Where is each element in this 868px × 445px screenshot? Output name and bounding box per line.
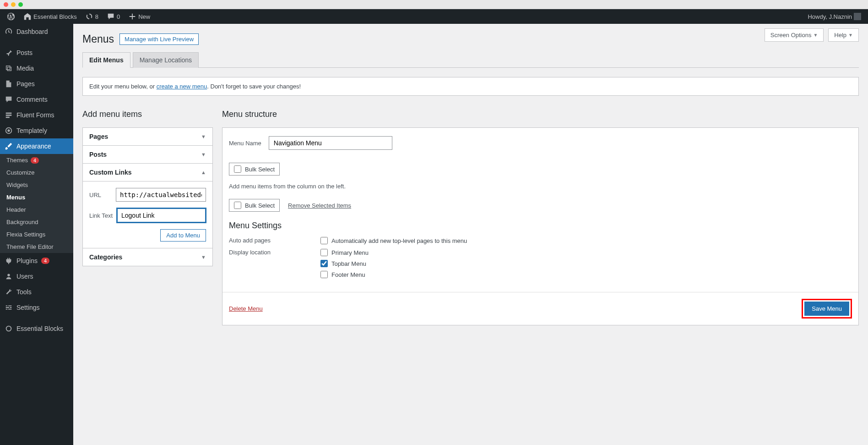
sidebar-item-plugins[interactable]: Plugins 4 xyxy=(0,253,73,269)
comment-icon xyxy=(107,12,115,21)
sidebar-item-tools[interactable]: Tools xyxy=(0,284,73,300)
accordion-pages[interactable]: Pages▼ xyxy=(83,128,212,145)
comments-link[interactable]: 0 xyxy=(103,9,123,24)
sidebar-label: Essential Blocks xyxy=(16,325,63,332)
edit-notice: Edit your menu below, or create a new me… xyxy=(82,77,859,96)
submenu-item-background[interactable]: Background xyxy=(0,216,73,228)
avatar-icon xyxy=(854,13,861,20)
current-indicator-icon xyxy=(73,143,77,150)
sidebar-label: Appearance xyxy=(16,143,51,150)
save-highlight-annotation: Save Menu xyxy=(802,299,852,319)
sidebar-item-dashboard[interactable]: Dashboard xyxy=(0,24,73,39)
browser-window-chrome xyxy=(0,0,868,9)
tab-edit-menus[interactable]: Edit Menus xyxy=(82,52,130,68)
pin-icon xyxy=(5,49,13,57)
updates-link[interactable]: 8 xyxy=(82,9,102,24)
svg-point-5 xyxy=(7,274,10,276)
sidebar-item-posts[interactable]: Posts xyxy=(0,45,73,60)
user-icon xyxy=(5,272,13,280)
svg-point-4 xyxy=(7,129,10,132)
location-footer[interactable]: Footer Menu xyxy=(320,271,369,278)
sidebar-item-settings[interactable]: Settings xyxy=(0,300,73,315)
accordion-categories[interactable]: Categories▼ xyxy=(83,248,212,266)
add-items-hint: Add menu items from the column on the le… xyxy=(229,183,852,190)
user-account-menu[interactable]: Howdy, J.Naznin xyxy=(804,9,864,24)
updates-count: 8 xyxy=(95,13,98,20)
delete-menu-link[interactable]: Delete Menu xyxy=(229,305,263,312)
chevron-down-icon: ▼ xyxy=(201,254,206,260)
url-input[interactable] xyxy=(116,188,206,202)
screen-options-button[interactable]: Screen Options ▼ xyxy=(765,28,824,42)
sidebar-label: Settings xyxy=(16,304,40,311)
sidebar-label: Media xyxy=(16,65,34,72)
nav-tabs: Edit Menus Manage Locations xyxy=(82,52,859,68)
submenu-item-themes[interactable]: Themes 4 xyxy=(0,154,73,166)
close-window-icon[interactable] xyxy=(4,2,8,7)
form-icon xyxy=(5,111,13,119)
menu-name-label: Menu Name xyxy=(229,140,261,147)
sidebar-item-users[interactable]: Users xyxy=(0,269,73,284)
sidebar-label: Templately xyxy=(16,127,47,134)
sidebar-item-essential-blocks[interactable]: Essential Blocks xyxy=(0,321,73,336)
plus-icon xyxy=(128,12,136,21)
bulk-select-top[interactable]: Bulk Select xyxy=(229,163,280,176)
accordion-posts[interactable]: Posts▼ xyxy=(83,145,212,163)
site-link[interactable]: Essential Blocks xyxy=(20,9,80,24)
auto-add-checkbox[interactable]: Automatically add new top-level pages to… xyxy=(320,237,467,244)
appearance-submenu: Themes 4 Customize Widgets Menus Header … xyxy=(0,154,73,253)
svg-point-6 xyxy=(6,326,11,331)
sidebar-item-appearance[interactable]: Appearance xyxy=(0,138,73,154)
submenu-item-theme-editor[interactable]: Theme File Editor xyxy=(0,241,73,253)
add-menu-items-heading: Add menu items xyxy=(82,110,213,119)
accordion-custom-links[interactable]: Custom Links▲ xyxy=(83,163,212,181)
wp-logo-menu[interactable] xyxy=(4,9,18,24)
submenu-item-customize[interactable]: Customize xyxy=(0,166,73,179)
bulk-select-bottom[interactable]: Bulk Select xyxy=(229,199,280,212)
location-topbar[interactable]: Topbar Menu xyxy=(320,260,369,267)
sidebar-label: Plugins xyxy=(16,257,38,264)
sidebar-label: Fluent Forms xyxy=(16,111,54,119)
submenu-item-menus[interactable]: Menus xyxy=(0,191,73,203)
minimize-window-icon[interactable] xyxy=(11,2,16,7)
menu-structure-heading: Menu structure xyxy=(222,110,859,119)
admin-sidebar: Dashboard Posts Media Pages Comments Flu… xyxy=(0,24,73,445)
add-to-menu-button[interactable]: Add to Menu xyxy=(160,229,206,242)
menu-name-input[interactable] xyxy=(269,136,392,150)
svg-rect-1 xyxy=(6,115,12,116)
sidebar-item-fluent-forms[interactable]: Fluent Forms xyxy=(0,107,73,123)
sidebar-item-media[interactable]: Media xyxy=(0,60,73,76)
remove-selected-link[interactable]: Remove Selected Items xyxy=(288,202,351,209)
manage-live-preview-button[interactable]: Manage with Live Preview xyxy=(119,33,199,45)
link-text-input[interactable] xyxy=(117,208,206,223)
help-button[interactable]: Help ▼ xyxy=(828,28,859,42)
submenu-item-header[interactable]: Header xyxy=(0,203,73,216)
custom-links-panel: URL Link Text Add to Menu xyxy=(83,181,212,248)
chevron-down-icon: ▼ xyxy=(201,152,206,157)
maximize-window-icon[interactable] xyxy=(18,2,23,7)
submenu-item-flexia[interactable]: Flexia Settings xyxy=(0,228,73,241)
create-new-menu-link[interactable]: create a new menu xyxy=(157,83,207,90)
menu-structure-box: Menu Name Bulk Select Add menu items fro… xyxy=(222,127,859,325)
menu-settings-heading: Menu Settings xyxy=(229,221,852,231)
chevron-down-icon: ▼ xyxy=(813,33,818,38)
auto-add-label: Auto add pages xyxy=(229,237,320,244)
sidebar-item-pages[interactable]: Pages xyxy=(0,76,73,92)
howdy-text: Howdy, J.Naznin xyxy=(808,13,852,20)
new-content-link[interactable]: New xyxy=(125,9,153,24)
sidebar-item-comments[interactable]: Comments xyxy=(0,92,73,107)
submenu-item-widgets[interactable]: Widgets xyxy=(0,179,73,191)
url-label: URL xyxy=(89,192,112,198)
svg-rect-2 xyxy=(6,117,10,118)
main-content: Screen Options ▼ Help ▼ Menus Manage wit… xyxy=(73,24,868,445)
comment-icon xyxy=(5,95,13,104)
sidebar-item-templately[interactable]: Templately xyxy=(0,123,73,138)
location-primary[interactable]: Primary Menu xyxy=(320,249,369,256)
refresh-icon xyxy=(85,12,93,21)
themes-badge: 4 xyxy=(31,157,39,164)
sidebar-label: Tools xyxy=(16,288,32,296)
save-menu-button[interactable]: Save Menu xyxy=(804,302,849,316)
wordpress-icon xyxy=(7,12,15,21)
tab-manage-locations[interactable]: Manage Locations xyxy=(133,52,199,68)
brush-icon xyxy=(5,142,13,150)
plugin-icon xyxy=(5,257,13,265)
